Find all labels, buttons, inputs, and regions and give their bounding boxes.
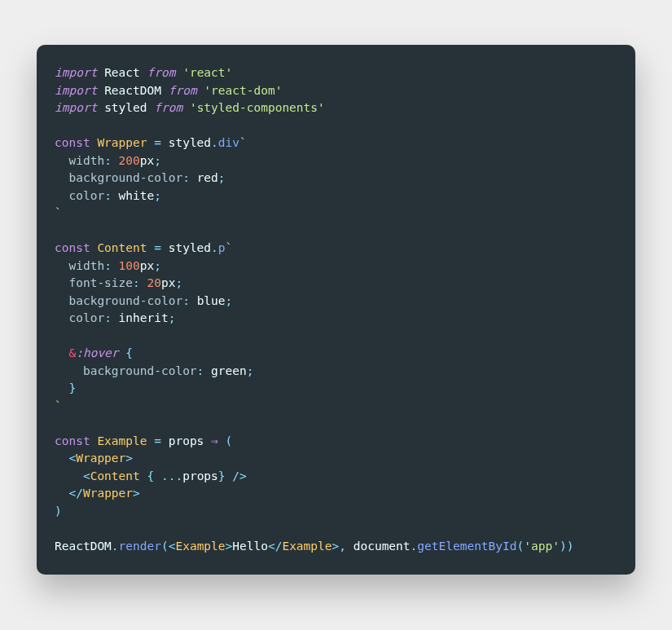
ident-styled: styled (169, 241, 211, 254)
op-gt: > (133, 487, 140, 500)
fn-render: render (119, 540, 161, 553)
string-react-dom: 'react-dom' (204, 84, 282, 97)
op-comma: , (339, 540, 346, 553)
op-colon: : (197, 364, 204, 377)
op-gt: > (125, 452, 133, 465)
keyword-from: from (169, 84, 197, 97)
op-semi: ; (247, 364, 254, 377)
ident-reactdom: ReactDOM (104, 84, 161, 97)
ident-document: document (354, 540, 411, 553)
op-semi: ; (169, 311, 176, 324)
css-prop: width (68, 259, 104, 272)
css-val: red (197, 171, 218, 184)
keyword-from: from (147, 66, 176, 79)
css-prop: background-color (68, 294, 182, 307)
op-colon: : (133, 276, 140, 289)
op-lt: < (68, 487, 76, 500)
op-rparen: ) (560, 540, 567, 553)
op-gt: > (226, 540, 233, 553)
pseudo-hover: :hover (76, 346, 118, 359)
op-lbrace: { (125, 346, 133, 359)
ident-reactdom: ReactDOM (55, 540, 112, 553)
op-eq: = (154, 136, 161, 149)
op-slash: / (232, 469, 239, 482)
op-semi: ; (154, 259, 161, 272)
string-react: 'react' (182, 66, 232, 79)
op-lparen: ( (226, 434, 233, 447)
ident-props: props (169, 434, 204, 447)
jsx-wrapper: Wrapper (76, 452, 125, 465)
num: 20 (147, 276, 161, 289)
num: 200 (119, 154, 140, 167)
fn-div: div (218, 136, 239, 149)
def-content: Content (97, 241, 147, 254)
string-app: 'app' (524, 540, 560, 553)
keyword-import: import (55, 66, 97, 79)
op-semi: ; (154, 189, 161, 202)
op-lbrace: { (147, 469, 155, 482)
css-prop: color (68, 311, 104, 324)
css-val: green (211, 364, 247, 377)
unit: px (140, 154, 154, 167)
op-dot: . (112, 540, 119, 553)
op-lt: < (83, 469, 90, 482)
keyword-import: import (55, 101, 97, 114)
op-dot: . (211, 241, 218, 254)
op-colon: : (182, 171, 190, 184)
op-gt: > (332, 540, 340, 553)
string-styled-components: 'styled-components' (190, 101, 325, 114)
unit: px (161, 276, 175, 289)
css-prop: background-color (83, 364, 197, 377)
css-val: inherit (119, 311, 169, 324)
op-semi: ; (175, 276, 182, 289)
ident-props: props (182, 469, 218, 482)
op-lparen: ( (517, 540, 525, 553)
unit: px (140, 259, 154, 272)
op-lparen: ( (161, 540, 169, 553)
op-semi: ; (218, 171, 226, 184)
code-card: import React from 'react' import ReactDO… (37, 45, 635, 575)
css-val: blue (197, 294, 226, 307)
css-prop: color (68, 189, 104, 202)
arrow: ⇒ (211, 434, 218, 447)
op-rbrace: } (68, 381, 76, 394)
op-dot: . (211, 136, 218, 149)
ident-styled: styled (169, 136, 211, 149)
op-rparen: ) (55, 504, 62, 518)
op-rparen: ) (567, 540, 574, 553)
op-eq: = (154, 434, 161, 447)
keyword-const: const (55, 136, 90, 149)
amp-selector: & (68, 346, 76, 359)
jsx-wrapper: Wrapper (83, 487, 133, 500)
ident-react: React (104, 66, 140, 79)
op-lt: < (268, 540, 275, 553)
css-prop: font-size (68, 276, 133, 289)
op-rbrace: } (218, 469, 226, 482)
css-prop: background-color (68, 171, 182, 184)
keyword-import: import (55, 84, 97, 97)
jsx-example: Example (282, 540, 332, 553)
text-hello: Hello (232, 540, 268, 553)
def-example: Example (97, 434, 147, 447)
op-semi: ; (226, 294, 233, 307)
op-semi: ; (154, 154, 161, 167)
op-colon: : (104, 154, 112, 167)
op-colon: : (104, 189, 112, 202)
fn-gebi: getElementById (417, 540, 516, 553)
op-slash: / (76, 487, 83, 500)
jsx-content: Content (90, 469, 140, 482)
spread: ... (161, 469, 182, 482)
jsx-example: Example (175, 540, 225, 553)
code-block: import React from 'react' import ReactDO… (55, 64, 617, 555)
op-lt: < (68, 452, 76, 465)
ident-styled: styled (104, 101, 147, 114)
op-colon: : (104, 311, 112, 324)
backtick: ` (239, 136, 247, 149)
backtick: ` (226, 241, 233, 254)
op-eq: = (154, 241, 161, 254)
def-wrapper: Wrapper (97, 136, 147, 149)
css-val: white (119, 189, 155, 202)
op-colon: : (104, 259, 112, 272)
op-colon: : (182, 294, 190, 307)
fn-p: p (218, 241, 226, 254)
